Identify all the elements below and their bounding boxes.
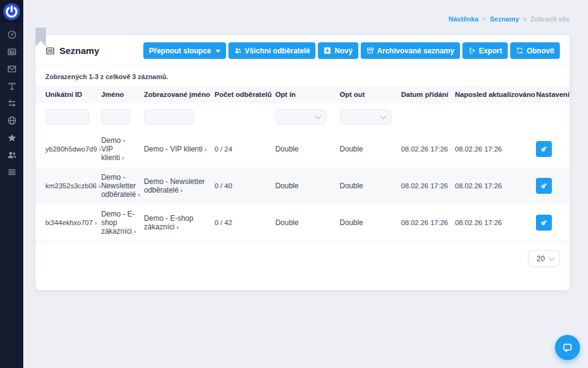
refresh-icon bbox=[516, 47, 524, 55]
list-icon[interactable] bbox=[7, 167, 17, 177]
chevron-right-icon: › bbox=[181, 186, 183, 194]
users-icon[interactable] bbox=[7, 150, 17, 160]
filter-row bbox=[36, 103, 570, 131]
row-opt-out: Double bbox=[336, 167, 398, 204]
page-size-value: 20 bbox=[537, 255, 545, 263]
lists-card: Seznamy Přepnout sloupce Všichni odběrat… bbox=[36, 35, 570, 290]
toggle-columns-button[interactable]: Přepnout sloupce bbox=[143, 42, 225, 59]
chat-bubble-icon bbox=[562, 342, 573, 353]
row-name-link[interactable]: Demo - VIP klienti› bbox=[97, 131, 140, 167]
list-alt-icon bbox=[45, 46, 55, 56]
archive-icon bbox=[366, 47, 374, 55]
breadcrumb: Nástěnka > Seznamy > Zobrazit vše bbox=[448, 15, 570, 23]
pagination: 20 bbox=[36, 242, 570, 275]
col-header-date-added: Datum přidání bbox=[398, 86, 451, 103]
archived-lists-button[interactable]: Archivované seznamy bbox=[361, 42, 460, 59]
row-uid-link[interactable]: lx344ekhxo707› bbox=[36, 204, 97, 242]
row-settings-button[interactable] bbox=[536, 141, 552, 157]
row-display-name-link[interactable]: Demo - VIP klienti› bbox=[140, 131, 211, 167]
newsletter-icon[interactable] bbox=[7, 47, 17, 57]
caret-down-icon bbox=[216, 50, 221, 55]
export-label: Export bbox=[479, 47, 502, 55]
all-subscribers-label: Všichni odběratelé bbox=[245, 47, 311, 55]
col-header-opt-in: Opt in bbox=[271, 86, 336, 103]
chevron-right-icon: › bbox=[99, 182, 101, 190]
cogs-icon bbox=[540, 218, 548, 227]
row-opt-in: Double bbox=[271, 167, 336, 204]
filter-name-input[interactable] bbox=[101, 109, 130, 125]
row-date-added: 08.02.26 17:26 bbox=[398, 204, 451, 242]
sidebar-nav bbox=[7, 23, 17, 177]
refresh-button[interactable]: Obnovit bbox=[510, 42, 560, 59]
app-logo[interactable] bbox=[0, 0, 23, 23]
col-header-display-name: Zobrazované jméno bbox=[140, 86, 211, 103]
breadcrumb-separator: > bbox=[522, 15, 526, 23]
export-icon bbox=[468, 47, 476, 55]
all-subscribers-button[interactable]: Všichni odběratelé bbox=[228, 42, 316, 59]
chevron-right-icon: › bbox=[138, 191, 140, 198]
row-last-updated: 08.02.26 17:26 bbox=[451, 204, 533, 242]
breadcrumb-separator: > bbox=[482, 15, 486, 23]
filter-opt-out-select[interactable] bbox=[340, 109, 391, 125]
row-settings-button[interactable] bbox=[536, 178, 552, 194]
card-header: Seznamy Přepnout sloupce Všichni odběrat… bbox=[36, 35, 570, 66]
breadcrumb-dashboard[interactable]: Nástěnka bbox=[448, 15, 478, 23]
filter-display-name-input[interactable] bbox=[144, 109, 194, 125]
archived-lists-label: Archivované seznamy bbox=[377, 47, 454, 55]
row-name-link[interactable]: Demo - E-shop zákazníci› bbox=[97, 204, 140, 242]
filter-uid-input[interactable] bbox=[45, 109, 89, 125]
row-subscriber-count: 0 / 40 bbox=[211, 167, 271, 204]
row-subscriber-count: 0 / 24 bbox=[211, 131, 271, 167]
col-header-settings: Nastavení bbox=[532, 86, 570, 103]
breadcrumb-lists[interactable]: Seznamy bbox=[490, 15, 519, 23]
breadcrumb-current: Zobrazit vše bbox=[530, 15, 570, 23]
dashboard-icon[interactable] bbox=[7, 29, 17, 40]
row-display-name-link[interactable]: Demo - Newsletter odběratelé› bbox=[140, 167, 211, 204]
row-settings-button[interactable] bbox=[536, 215, 552, 231]
page-size-select[interactable]: 20 bbox=[528, 250, 560, 267]
col-header-last-updated: Naposled aktualizováno bbox=[451, 86, 533, 103]
cogs-icon bbox=[540, 182, 548, 190]
row-name-link[interactable]: Demo - Newsletter odběratelé› bbox=[97, 167, 140, 204]
chevron-right-icon: › bbox=[134, 228, 136, 235]
sidebar bbox=[0, 0, 23, 368]
row-opt-out: Double bbox=[336, 204, 398, 242]
page-title-text: Seznamy bbox=[59, 45, 99, 56]
row-uid-link[interactable]: km2352s3czb06› bbox=[36, 167, 97, 204]
filter-opt-in-select[interactable] bbox=[275, 109, 326, 125]
row-date-added: 08.02.26 17:26 bbox=[398, 131, 451, 167]
lists-table: Unikátní ID Jméno Zobrazované jméno Poče… bbox=[36, 86, 570, 242]
row-opt-in: Double bbox=[271, 131, 336, 167]
main-content: Nástěnka > Seznamy > Zobrazit vše Seznam… bbox=[23, 0, 588, 368]
toolbar: Přepnout sloupce Všichni odběratelé Nový… bbox=[143, 42, 560, 59]
refresh-label: Obnovit bbox=[527, 47, 554, 55]
plus-square-icon bbox=[323, 47, 331, 55]
typography-icon[interactable] bbox=[7, 81, 17, 91]
page-title: Seznamy bbox=[45, 45, 99, 56]
cogs-icon bbox=[540, 145, 548, 153]
chat-button[interactable] bbox=[555, 335, 580, 360]
new-button[interactable]: Nový bbox=[318, 42, 358, 59]
row-last-updated: 08.02.26 17:26 bbox=[451, 167, 533, 204]
col-header-opt-out: Opt out bbox=[336, 86, 398, 103]
export-button[interactable]: Export bbox=[462, 42, 508, 59]
users-icon bbox=[234, 47, 242, 55]
col-header-subscriber-count: Počet odběratelů bbox=[211, 86, 271, 103]
table-header-row: Unikátní ID Jméno Zobrazované jméno Poče… bbox=[36, 86, 570, 103]
toggle-columns-label: Přepnout sloupce bbox=[149, 47, 211, 55]
row-opt-in: Double bbox=[271, 204, 336, 242]
row-uid-link[interactable]: yb280h5dwo7d9› bbox=[36, 131, 97, 167]
new-label: Nový bbox=[334, 47, 352, 55]
chevron-right-icon: › bbox=[94, 219, 97, 226]
row-subscriber-count: 0 / 42 bbox=[211, 204, 271, 242]
row-display-name-link[interactable]: Demo - E-shop zákazníci› bbox=[140, 204, 211, 242]
chevron-right-icon: › bbox=[122, 154, 124, 161]
star-icon[interactable] bbox=[7, 132, 17, 143]
records-summary: Zobrazených 1-3 z celkově 3 záznamů. bbox=[36, 66, 570, 86]
email-icon[interactable] bbox=[7, 64, 17, 74]
table-row: yb280h5dwo7d9› Demo - VIP klienti› Demo … bbox=[36, 131, 570, 167]
globe-icon[interactable] bbox=[7, 115, 17, 126]
table-row: lx344ekhxo707› Demo - E-shop zákazníci› … bbox=[36, 204, 570, 242]
row-last-updated: 08.02.26 17:26 bbox=[451, 131, 533, 167]
exchange-icon[interactable] bbox=[7, 98, 17, 109]
